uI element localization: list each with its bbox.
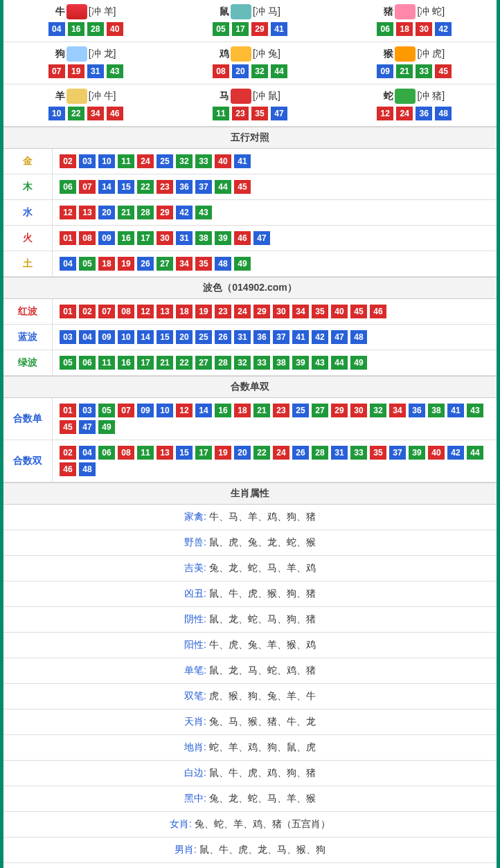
number-ball: 17 xyxy=(232,22,249,36)
number-ball: 35 xyxy=(251,107,268,120)
number-ball: 15 xyxy=(118,180,134,194)
row-balls: 06071415222336374445 xyxy=(53,174,497,200)
number-ball: 14 xyxy=(137,330,154,344)
attr-key: 白边: xyxy=(184,767,206,778)
number-ball: 46 xyxy=(107,107,123,120)
number-ball: 47 xyxy=(253,231,270,245)
attr-row: 黑中: 兔、龙、蛇、马、羊、猴 xyxy=(3,786,497,812)
number-ball: 42 xyxy=(447,446,464,460)
zodiac-cell: 猴[冲 虎]09213345 xyxy=(332,42,497,84)
number-ball: 06 xyxy=(79,356,96,370)
number-ball: 16 xyxy=(215,404,231,417)
row-balls: 04051819262734354849 xyxy=(53,251,497,277)
row-balls: 0204060811131517192022242628313335373940… xyxy=(53,440,497,482)
number-ball: 23 xyxy=(215,305,231,318)
number-ball: 35 xyxy=(312,305,328,318)
zodiac-cell: 狗[冲 龙]07193143 xyxy=(3,42,168,84)
number-ball: 40 xyxy=(107,22,123,36)
attr-key: 天肖: xyxy=(184,716,206,727)
number-ball: 28 xyxy=(87,22,104,36)
number-ball: 06 xyxy=(98,446,115,460)
number-ball: 05 xyxy=(79,257,96,271)
zodiac-icon xyxy=(66,46,87,62)
attr-value: 牛、马、羊、鸡、狗、猪 xyxy=(206,511,316,522)
number-ball: 31 xyxy=(176,231,193,245)
attr-row: 阳性: 牛、虎、兔、羊、猴、鸡 xyxy=(3,633,497,658)
attr-key: 吉美: xyxy=(184,562,206,573)
number-ball: 08 xyxy=(118,305,134,318)
number-ball: 19 xyxy=(215,446,231,460)
number-ball: 23 xyxy=(232,107,249,120)
number-ball: 31 xyxy=(234,330,251,344)
attr-value: 鼠、龙、马、蛇、鸡、猪 xyxy=(206,664,316,676)
row-balls: 0103050709101214161821232527293032343638… xyxy=(53,398,497,440)
number-ball: 44 xyxy=(331,356,348,370)
number-ball: 09 xyxy=(98,330,115,344)
number-ball: 15 xyxy=(157,330,173,344)
zodiac-icon xyxy=(231,4,251,19)
number-ball: 42 xyxy=(435,22,452,36)
table-row: 合数双0204060811131517192022242628313335373… xyxy=(3,440,497,482)
zodiac-balls: 09213345 xyxy=(332,64,497,78)
zodiac-conflict: [冲 牛] xyxy=(89,90,116,102)
attr-key: 地肖: xyxy=(184,741,206,752)
zodiac-cell: 蛇[冲 猪]12243648 xyxy=(332,84,497,127)
number-ball: 38 xyxy=(195,231,212,245)
attr-row: 三合: 鼠龙猴、牛蛇鸡、虎马狗、兔羊猪 xyxy=(3,863,497,868)
zodiac-name: 羊 xyxy=(55,90,65,102)
zodiac-conflict: [冲 羊] xyxy=(89,6,116,18)
number-ball: 29 xyxy=(251,22,268,36)
section-title-bose: 波色（014902.com） xyxy=(3,277,497,299)
number-ball: 45 xyxy=(435,64,452,78)
number-ball: 41 xyxy=(271,22,287,36)
zodiac-balls: 05172941 xyxy=(168,22,332,36)
attr-key: 双笔: xyxy=(184,690,206,701)
zodiac-icon xyxy=(66,89,87,104)
number-ball: 33 xyxy=(195,154,212,168)
attr-value: 鼠、牛、虎、鸡、狗、猪 xyxy=(206,767,316,778)
number-ball: 12 xyxy=(137,305,154,318)
number-ball: 29 xyxy=(331,404,348,417)
number-ball: 13 xyxy=(157,446,173,460)
table-row: 火0108091617303138394647 xyxy=(3,226,497,251)
row-label: 合数双 xyxy=(3,440,53,482)
section-title-wuxing: 五行对照 xyxy=(3,127,497,149)
number-ball: 08 xyxy=(213,64,229,78)
number-ball: 27 xyxy=(157,257,173,271)
bose-table: 红波0102070812131819232429303435404546蓝波03… xyxy=(3,299,497,376)
number-ball: 19 xyxy=(195,305,212,318)
number-ball: 23 xyxy=(157,180,173,194)
attr-key: 黑中: xyxy=(184,793,206,804)
number-ball: 09 xyxy=(98,231,115,245)
number-ball: 36 xyxy=(253,330,270,344)
number-ball: 34 xyxy=(292,305,309,318)
zodiac-conflict: [冲 虎] xyxy=(417,48,445,60)
number-ball: 32 xyxy=(251,64,268,78)
number-ball: 25 xyxy=(157,154,173,168)
number-ball: 14 xyxy=(195,404,212,417)
zodiac-cell: 牛[冲 羊]04162840 xyxy=(3,0,168,42)
number-ball: 21 xyxy=(118,206,134,219)
number-ball: 16 xyxy=(118,356,134,370)
number-ball: 30 xyxy=(273,305,289,318)
number-ball: 38 xyxy=(428,404,445,417)
number-ball: 27 xyxy=(195,356,212,370)
number-ball: 02 xyxy=(60,446,76,460)
number-ball: 12 xyxy=(60,206,76,219)
zodiac-icon xyxy=(395,4,416,19)
number-ball: 20 xyxy=(234,446,251,460)
attr-value: 蛇、羊、鸡、狗、鼠、虎 xyxy=(206,741,316,752)
number-ball: 49 xyxy=(98,420,115,434)
zodiac-balls: 10223446 xyxy=(3,107,168,120)
zodiac-icon xyxy=(231,89,251,104)
attr-value: 兔、龙、蛇、马、羊、猴 xyxy=(206,793,316,804)
zodiac-icon xyxy=(231,46,251,62)
number-ball: 17 xyxy=(137,231,154,245)
number-ball: 08 xyxy=(79,231,96,245)
attr-key: 家禽: xyxy=(184,511,206,522)
number-ball: 32 xyxy=(370,404,386,417)
row-label: 金 xyxy=(3,149,53,174)
number-ball: 39 xyxy=(215,231,231,245)
attr-key: 阳性: xyxy=(184,639,206,650)
page-wrap: 牛[冲 羊]04162840鼠[冲 马]05172941猪[冲 蛇]061830… xyxy=(0,0,500,868)
